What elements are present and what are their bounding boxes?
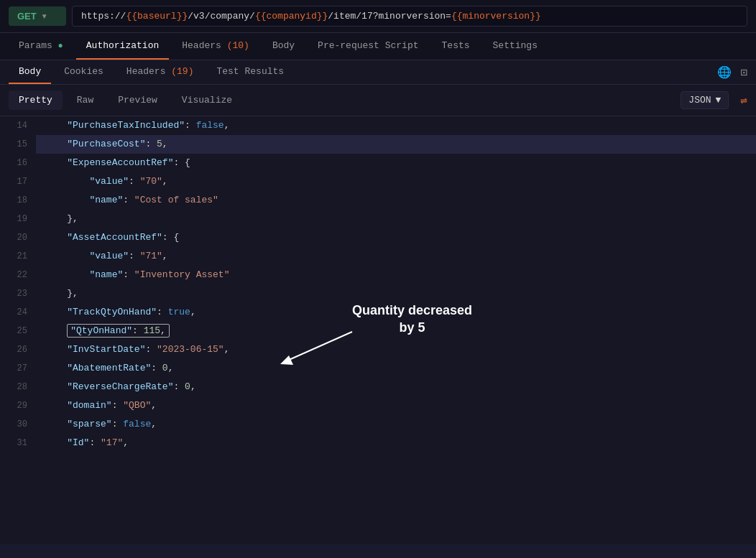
- line-content-25: "QtyOnHand": 115,: [36, 322, 756, 340]
- line-content-26: "InvStartDate": "2023-06-15",: [36, 340, 756, 359]
- body-tab-right-actions: 🌐 ⊡: [717, 65, 747, 80]
- line-num-30: 30: [0, 415, 36, 434]
- code-line-20: 20 "AssetAccountRef": {: [0, 228, 756, 247]
- line-content-16: "ExpenseAccountRef": {: [36, 154, 756, 172]
- line-num-26: 26: [0, 340, 36, 359]
- tab-params[interactable]: Params ●: [9, 33, 73, 60]
- line-num-21: 21: [0, 247, 36, 266]
- line-num-20: 20: [0, 228, 36, 247]
- code-line-27: 27 "AbatementRate": 0,: [0, 359, 756, 378]
- wrap-icon[interactable]: ⇌: [740, 93, 747, 108]
- line-num-31: 31: [0, 434, 36, 452]
- code-area[interactable]: 14 "PurchaseTaxIncluded": false, 15 "Pur…: [0, 116, 756, 544]
- tab-authorization[interactable]: Authorization: [76, 33, 169, 60]
- code-line-19: 19 },: [0, 210, 756, 228]
- line-content-18: "name": "Cost of sales": [36, 191, 756, 210]
- url-companyid: {{companyid}}: [255, 11, 328, 22]
- format-bar: Pretty Raw Preview Visualize JSON ▼ ⇌: [0, 85, 756, 116]
- line-num-17: 17: [0, 172, 36, 191]
- tab-headers[interactable]: Headers (10): [172, 33, 259, 60]
- line-num-27: 27: [0, 359, 36, 378]
- line-num-14: 14: [0, 116, 36, 135]
- code-line-26: 26 "InvStartDate": "2023-06-15",: [0, 340, 756, 359]
- code-line-25: 25 "QtyOnHand": 115,: [0, 322, 756, 340]
- line-content-27: "AbatementRate": 0,: [36, 359, 756, 378]
- url-minorversion: {{minorversion}}: [451, 11, 541, 22]
- line-content-28: "ReverseChargeRate": 0,: [36, 378, 756, 396]
- json-chevron-icon: ▼: [716, 95, 722, 106]
- top-tabs: Params ● Authorization Headers (10) Body…: [0, 33, 756, 60]
- tab-cookies[interactable]: Cookies: [54, 60, 114, 84]
- tab-body[interactable]: Body: [262, 33, 305, 60]
- url-baseurl: {{baseurl}}: [126, 11, 188, 22]
- url-input[interactable]: https://{{baseurl}}/v3/company/{{company…: [72, 6, 747, 27]
- line-num-28: 28: [0, 378, 36, 396]
- json-label: JSON: [688, 95, 711, 106]
- url-prefix: https://: [81, 11, 126, 22]
- tab-tests[interactable]: Tests: [432, 33, 480, 60]
- line-num-16: 16: [0, 154, 36, 172]
- url-path2: /item/17?minorversion=: [328, 11, 451, 22]
- line-num-25: 25: [0, 322, 36, 340]
- format-raw[interactable]: Raw: [67, 90, 103, 110]
- code-line-28: 28 "ReverseChargeRate": 0,: [0, 378, 756, 396]
- line-content-22: "name": "Inventory Asset": [36, 266, 756, 284]
- format-visualize[interactable]: Visualize: [172, 90, 242, 110]
- method-label: GET: [17, 11, 37, 22]
- code-line-29: 29 "domain": "QBO",: [0, 396, 756, 415]
- url-bar: GET ▼ https://{{baseurl}}/v3/company/{{c…: [0, 0, 756, 33]
- headers-badge: (10): [227, 40, 249, 51]
- tab-settings[interactable]: Settings: [483, 33, 548, 60]
- code-line-18: 18 "name": "Cost of sales": [0, 191, 756, 210]
- save-icon[interactable]: ⊡: [740, 65, 747, 80]
- line-num-15: 15: [0, 135, 36, 154]
- code-line-23: 23 },: [0, 284, 756, 303]
- line-content-20: "AssetAccountRef": {: [36, 228, 756, 247]
- tab-prerequest[interactable]: Pre-request Script: [308, 33, 428, 60]
- format-pretty[interactable]: Pretty: [9, 90, 63, 110]
- code-line-14: 14 "PurchaseTaxIncluded": false,: [0, 116, 756, 135]
- line-content-23: },: [36, 284, 756, 303]
- tab-headers-sub[interactable]: Headers (19): [116, 60, 204, 84]
- line-num-19: 19: [0, 210, 36, 228]
- body-tabs: Body Cookies Headers (19) Test Results 🌐…: [0, 60, 756, 85]
- format-preview[interactable]: Preview: [108, 90, 167, 110]
- code-line-24: 24 "TrackQtyOnHand": true,: [0, 303, 756, 322]
- line-content-21: "value": "71",: [36, 247, 756, 266]
- code-line-22: 22 "name": "Inventory Asset": [0, 266, 756, 284]
- code-line-16: 16 "ExpenseAccountRef": {: [0, 154, 756, 172]
- qty-on-hand-box: "QtyOnHand": 115,: [67, 324, 170, 338]
- line-content-29: "domain": "QBO",: [36, 396, 756, 415]
- line-content-24: "TrackQtyOnHand": true,: [36, 303, 756, 322]
- line-num-29: 29: [0, 396, 36, 415]
- params-badge: ●: [58, 41, 63, 51]
- line-content-31: "Id": "17",: [36, 434, 756, 452]
- line-content-30: "sparse": false,: [36, 415, 756, 434]
- line-num-18: 18: [0, 191, 36, 210]
- method-chevron-icon: ▼: [41, 12, 48, 20]
- code-line-30: 30 "sparse": false,: [0, 415, 756, 434]
- line-content-19: },: [36, 210, 756, 228]
- headers-sub-badge: (19): [171, 66, 193, 77]
- line-num-22: 22: [0, 266, 36, 284]
- tab-body-sub[interactable]: Body: [9, 60, 51, 84]
- url-path1: /v3/company/: [188, 11, 255, 22]
- method-button[interactable]: GET ▼: [9, 6, 66, 26]
- json-selector[interactable]: JSON ▼: [681, 91, 729, 109]
- line-num-23: 23: [0, 284, 36, 303]
- code-line-21: 21 "value": "71",: [0, 247, 756, 266]
- line-num-24: 24: [0, 303, 36, 322]
- code-line-15: 15 "PurchaseCost": 5,: [0, 135, 756, 154]
- code-line-31: 31 "Id": "17",: [0, 434, 756, 452]
- code-line-17: 17 "value": "70",: [0, 172, 756, 191]
- line-content-14: "PurchaseTaxIncluded": false,: [36, 116, 756, 135]
- line-content-17: "value": "70",: [36, 172, 756, 191]
- line-content-15: "PurchaseCost": 5,: [36, 135, 756, 154]
- globe-icon[interactable]: 🌐: [717, 65, 732, 80]
- tab-test-results[interactable]: Test Results: [206, 60, 294, 84]
